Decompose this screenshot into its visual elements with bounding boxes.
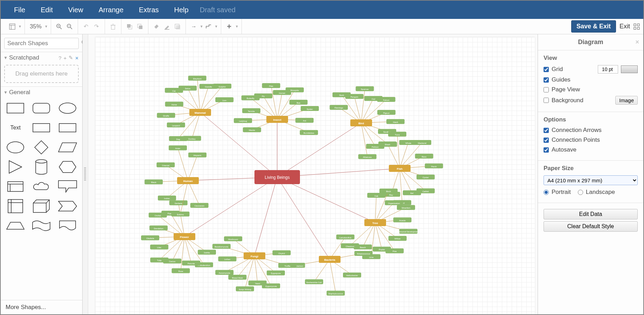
portrait-radio[interactable]: Portrait [544, 189, 571, 196]
chevron-down-icon[interactable]: ▼ [44, 24, 48, 28]
delete-button[interactable] [108, 21, 118, 32]
to-back-button[interactable] [135, 21, 145, 32]
svg-text:Stork: Stork [339, 94, 344, 96]
shape-card[interactable] [4, 179, 27, 194]
guides-checkbox[interactable]: Guides [544, 76, 570, 83]
shape-rounded-rectangle[interactable] [30, 101, 52, 115]
grid-checkbox[interactable]: Grid [544, 66, 563, 73]
view-mode-button[interactable] [7, 21, 18, 32]
shape-cube[interactable] [30, 199, 52, 214]
collapse-icon[interactable]: ▼ [4, 55, 8, 60]
menu-file[interactable]: File [6, 6, 33, 14]
canvas[interactable]: DonkeyDogLeopardGiraffeHorseCatZebraElep… [88, 34, 538, 314]
scratchpad-add-icon[interactable]: + [63, 55, 66, 61]
line-color-button[interactable] [162, 21, 172, 32]
svg-text:Horse: Horse [172, 104, 177, 106]
svg-line-219 [363, 223, 375, 247]
menu-help[interactable]: Help [167, 6, 196, 14]
autosave-checkbox[interactable]: Autosave [544, 146, 576, 153]
exit-button[interactable]: Exit [620, 23, 630, 30]
svg-text:Albatross: Albatross [363, 156, 372, 158]
shadow-button[interactable] [172, 21, 183, 32]
edit-data-button[interactable]: Edit Data [544, 209, 638, 219]
close-icon[interactable]: × [635, 38, 639, 46]
collapse-icon[interactable]: ▼ [4, 90, 8, 95]
search-shapes-field[interactable] [7, 40, 82, 47]
fill-color-button[interactable] [151, 21, 162, 32]
grid-size-input[interactable] [598, 65, 618, 74]
zoom-level[interactable]: 35% [28, 23, 44, 30]
svg-text:Whale: Whale [405, 142, 412, 144]
undo-button[interactable]: ↶ [81, 21, 91, 32]
panel-splitter[interactable] [83, 34, 88, 314]
landscape-radio[interactable]: Landscape [578, 189, 615, 196]
svg-line-129 [361, 89, 365, 123]
zoom-in-button[interactable] [54, 21, 64, 32]
shape-rectangle-3[interactable] [56, 120, 79, 135]
pageview-checkbox[interactable]: Page View [544, 86, 580, 93]
background-image-button[interactable]: Image [615, 96, 638, 105]
scratchpad-help-icon[interactable]: ? [58, 55, 61, 61]
shape-hexagon[interactable] [56, 160, 79, 174]
shape-text[interactable]: Text [4, 120, 27, 135]
redo-button[interactable]: ↷ [91, 21, 102, 32]
svg-line-288 [172, 237, 184, 261]
shape-internal-storage[interactable] [4, 199, 27, 214]
svg-text:Willow: Willow [394, 238, 401, 240]
chevron-down-icon[interactable]: ▼ [18, 24, 22, 28]
menu-arrange[interactable]: Arrange [91, 6, 131, 14]
grid-color-button[interactable] [621, 65, 638, 73]
svg-text:Zygomycota: Zygomycota [265, 285, 277, 287]
fullscreen-icon[interactable] [634, 23, 640, 30]
paper-size-select[interactable]: A4 (210 mm x 297 mm) [544, 175, 638, 185]
waypoint-style-button[interactable] [203, 21, 214, 32]
shape-cloud[interactable] [30, 179, 52, 194]
shape-trapezoid[interactable] [4, 218, 27, 233]
diagram-page[interactable]: DonkeyDogLeopardGiraffeHorseCatZebraElep… [95, 37, 535, 314]
shape-document[interactable] [56, 218, 79, 233]
shape-parallelogram[interactable] [56, 140, 79, 155]
svg-text:Mantis: Mantis [249, 129, 255, 131]
menu-view[interactable]: View [61, 6, 91, 14]
scratchpad-close-icon[interactable]: × [75, 55, 78, 61]
chevron-down-icon[interactable]: ▼ [200, 24, 203, 28]
svg-line-159 [397, 134, 400, 168]
svg-rect-29 [33, 124, 50, 132]
shape-rectangle-2[interactable] [30, 120, 52, 135]
background-checkbox[interactable]: Background [544, 97, 583, 104]
shape-diamond[interactable] [30, 140, 52, 155]
insert-button[interactable]: + [224, 21, 234, 32]
save-and-exit-button[interactable]: Save & Exit [571, 20, 616, 33]
svg-text:Owl: Owl [372, 98, 375, 100]
search-shapes-input[interactable] [4, 38, 79, 49]
shape-callout[interactable] [56, 179, 79, 194]
menu-edit[interactable]: Edit [33, 6, 60, 14]
chevron-down-icon[interactable]: ▼ [215, 24, 218, 28]
svg-text:Organisation: Organisation [388, 202, 400, 204]
shape-triangle[interactable] [4, 160, 27, 174]
svg-text:Yeast: Yeast [255, 282, 260, 285]
svg-rect-0 [9, 24, 15, 29]
svg-text:Spider: Spider [307, 108, 313, 110]
shape-ellipse[interactable] [56, 101, 79, 115]
scratchpad-edit-icon[interactable]: ✎ [69, 55, 73, 61]
menu-extras[interactable]: Extras [131, 6, 167, 14]
svg-line-315 [180, 181, 188, 214]
svg-text:Lichen: Lichen [224, 258, 231, 260]
shape-step[interactable] [56, 199, 79, 214]
shape-tape[interactable] [30, 218, 52, 233]
to-front-button[interactable] [124, 21, 135, 32]
svg-text:Gladiola: Gladiola [146, 237, 154, 239]
more-shapes-button[interactable]: More Shapes... [1, 300, 82, 314]
clear-style-button[interactable]: Clear Default Style [544, 221, 638, 232]
conn-arrows-checkbox[interactable]: Connection Arrows [544, 127, 602, 134]
conn-points-checkbox[interactable]: Connection Points [544, 136, 600, 144]
svg-rect-23 [637, 27, 639, 29]
zoom-out-button[interactable] [64, 21, 75, 32]
scratchpad-dropzone[interactable]: Drag elements here [4, 65, 79, 83]
shape-ellipse-2[interactable] [4, 140, 27, 155]
chevron-down-icon[interactable]: ▼ [235, 24, 239, 28]
connection-style-button[interactable]: → [189, 21, 199, 32]
shape-cylinder[interactable] [30, 160, 52, 174]
shape-rectangle[interactable] [4, 101, 27, 115]
